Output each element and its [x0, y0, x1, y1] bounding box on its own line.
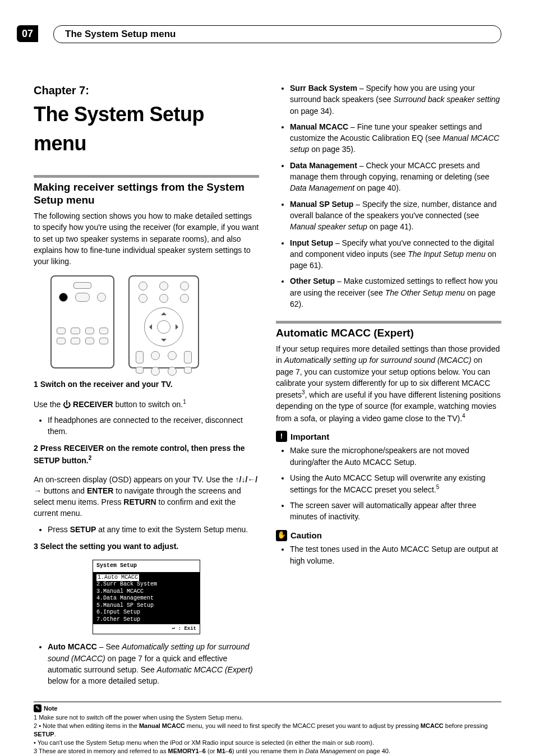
important-icon: !: [276, 431, 287, 442]
osd-item: 2.Surr Back System: [96, 581, 196, 588]
remote-left: [50, 275, 114, 368]
auto-mcacc-bullet: Auto MCACC – See Automatically setting u…: [48, 641, 259, 686]
section-heading-1: Making receiver settings from the System…: [34, 181, 259, 207]
label: M1: [217, 748, 225, 754]
footnote-2a: 2 • Note that when editing items in the …: [34, 722, 501, 739]
text: on page 35).: [309, 145, 356, 154]
text: : Exit: [178, 626, 196, 631]
section-2-para: If your setup requires more detailed set…: [276, 343, 501, 423]
footnotes: ✎ Note 1 Make sure not to switch off the…: [34, 702, 501, 756]
text: on page 34).: [290, 107, 334, 116]
label: SETUP: [34, 731, 54, 737]
ref: Automatically setting up for surround so…: [284, 356, 472, 365]
ref: Data Management: [290, 183, 354, 192]
important-item: Make sure the microphone/speakers are no…: [290, 445, 501, 468]
step-2-bullet: Press SETUP at any time to exit the Syst…: [48, 524, 259, 535]
label: Other Setup: [290, 276, 335, 285]
text: at any time to exit the System Setup men…: [96, 525, 248, 534]
text: before pressing: [444, 722, 488, 729]
label: MEMORY1: [168, 748, 199, 754]
step-1: 1 Switch on the receiver and your TV.: [34, 379, 259, 390]
section-rule: [34, 175, 259, 178]
bullet-data-mgmt: Data Management – Check your MCACC prese…: [290, 160, 501, 194]
footnote-ref-4: 4: [462, 413, 465, 419]
label: Surr Back System: [290, 84, 357, 93]
bullet-input-setup: Input Setup – Specify what you've connec…: [290, 237, 501, 271]
right-column: Surr Back System – Specify how you are u…: [276, 82, 501, 692]
important-item: The screen saver will automatically appe…: [290, 500, 501, 523]
section-rule: [276, 321, 501, 324]
power-glyph: ⏻: [63, 399, 71, 408]
text: on page 40).: [354, 183, 401, 192]
ref: Data Management: [305, 748, 356, 754]
bullet-manual-sp: Manual SP Setup – Specify the size, numb…: [290, 199, 501, 233]
footnote-ref-1: 1: [183, 399, 186, 405]
ref: The Other Setup menu: [385, 288, 465, 297]
osd-screenshot: System Setup 1.Auto MCACC 2.Surr Back Sy…: [93, 560, 200, 634]
osd-item: 6.Input Setup: [96, 609, 196, 616]
power-icon: [97, 293, 106, 302]
chapter-title: The System Setup menu: [34, 100, 259, 158]
text: 3 These are stored in memory and referre…: [34, 748, 168, 754]
text: Press: [48, 525, 70, 534]
text: ) until you rename them in: [232, 748, 305, 754]
text: Use the: [34, 399, 63, 408]
step-2-para: An on-screen display (OSD) appears on yo…: [34, 474, 259, 519]
osd-item-selected: 1.Auto MCACC: [96, 574, 139, 582]
ref: Manual speaker setup: [290, 222, 367, 231]
text: 2 • Note that when editing items in the: [34, 722, 139, 729]
footnote-ref-2: 2: [89, 455, 92, 461]
ref: The Input Setup menu: [408, 250, 486, 259]
return-label: RETURN: [123, 497, 156, 506]
note-icon: ✎: [34, 704, 41, 712]
label: Input Setup: [290, 238, 333, 247]
text: below for a more detailed setup.: [48, 676, 159, 685]
text: .: [54, 731, 56, 737]
text: (or: [206, 748, 217, 754]
text: on page 40.: [356, 748, 390, 754]
caution-callout: ✋ Caution: [276, 529, 501, 542]
receiver-highlight-icon: [59, 293, 68, 302]
label: Manual MCACC: [290, 122, 348, 131]
bullet-manual-mcacc: Manual MCACC – Fine tune your speaker se…: [290, 121, 501, 155]
step-3: 3 Select the setting you want to adjust.: [34, 541, 259, 552]
ref: Surround back speaker setting: [393, 95, 500, 104]
text: An on-screen display (OSD) appears on yo…: [34, 475, 236, 484]
bullet-other-setup: Other Setup – Make customized settings t…: [290, 275, 501, 310]
dpad-icon: [144, 307, 183, 347]
label: MCACC: [421, 722, 444, 729]
important-item: Using the Auto MCACC Setup will overwrit…: [290, 472, 501, 495]
footnote-1: 1 Make sure not to switch off the power …: [34, 713, 501, 722]
osd-title: System Setup: [93, 560, 200, 572]
bullet-surr-back: Surr Back System – Specify how you are u…: [290, 82, 501, 117]
text: menu, you will need to first specify the…: [185, 722, 421, 729]
note-label: Note: [44, 704, 57, 713]
text: on page 41).: [367, 222, 414, 231]
step-1-bullet: If headphones are connected to the recei…: [48, 414, 259, 437]
footnote-3: 3 These are stored in memory and referre…: [34, 747, 501, 755]
ref: Automatic MCACC (Expert): [157, 665, 253, 674]
footnote-2b: • You can't use the System Setup menu wh…: [34, 739, 501, 747]
section-1-intro: The following section shows you how to m…: [34, 210, 259, 267]
osd-footer: ↩ : Exit: [93, 624, 200, 634]
label: Auto MCACC: [48, 642, 97, 651]
step-2: 2 Press RECEIVER on the remote control, …: [34, 442, 259, 465]
setup-label: SETUP: [70, 525, 96, 534]
text: Using the Auto MCACC Setup will overwrit…: [290, 473, 486, 494]
caution-icon: ✋: [276, 530, 287, 541]
label: Data Management: [290, 161, 357, 170]
label: Manual SP Setup: [290, 200, 353, 209]
return-glyph: ↩: [172, 626, 175, 631]
important-label: Important: [290, 431, 329, 443]
label: Manual MCACC: [139, 722, 185, 729]
text: button to switch on.: [113, 399, 183, 408]
footnote-ref-5: 5: [436, 484, 440, 490]
chapter-label: Chapter 7:: [34, 82, 259, 99]
text: , which are useful if you have different…: [276, 390, 501, 422]
remote-diagrams: [50, 275, 259, 368]
header-title: The System Setup menu: [53, 25, 501, 43]
left-column: Chapter 7: The System Setup menu Making …: [34, 82, 259, 692]
chapter-tab: 07: [17, 25, 38, 42]
section-heading-2: Automatic MCACC (Expert): [276, 327, 501, 340]
caution-item: The test tones used in the Auto MCACC Se…: [290, 543, 501, 566]
